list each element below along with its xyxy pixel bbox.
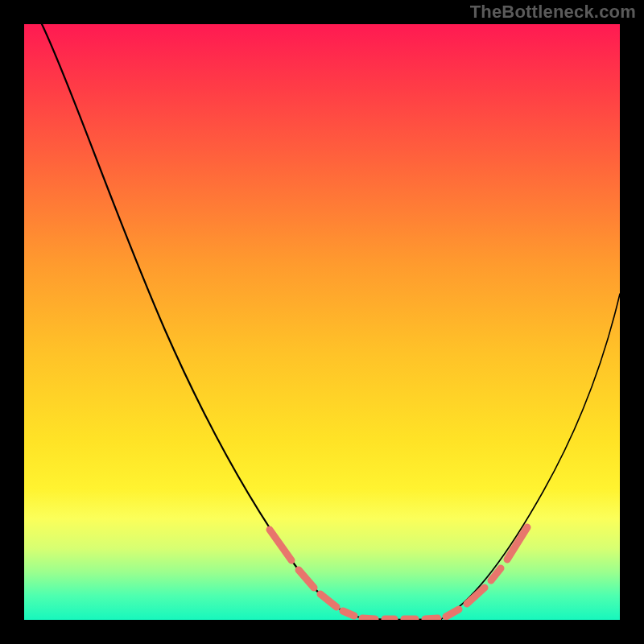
curve-layer xyxy=(24,24,620,620)
dash-segment xyxy=(299,570,314,588)
dash-segment xyxy=(270,530,291,560)
right-dash-group xyxy=(446,527,527,617)
dash-segment xyxy=(320,594,336,607)
left-dash-group xyxy=(270,530,354,616)
right-ascent-curve xyxy=(441,294,620,619)
plot-area xyxy=(24,24,620,620)
dash-segment xyxy=(446,609,459,617)
dash-segment xyxy=(362,618,375,619)
watermark-text: TheBottleneck.com xyxy=(470,2,636,23)
chart-frame: TheBottleneck.com xyxy=(0,0,644,644)
dash-segment xyxy=(343,611,354,616)
left-descent-curve xyxy=(42,24,370,619)
dash-segment xyxy=(507,527,527,559)
dash-segment xyxy=(425,618,438,619)
